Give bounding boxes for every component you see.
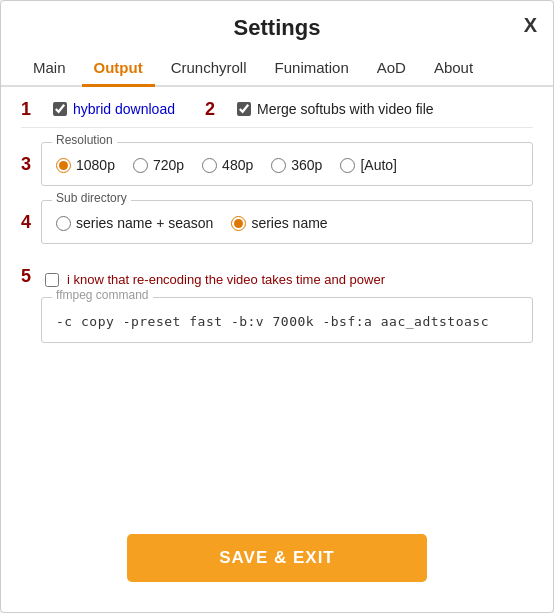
- tab-main[interactable]: Main: [21, 51, 78, 87]
- step-2-number: 2: [205, 99, 215, 120]
- resolution-auto[interactable]: [Auto]: [340, 157, 397, 173]
- resolution-360p-label: 360p: [291, 157, 322, 173]
- resolution-outer: 3 Resolution 1080p 720p: [21, 142, 533, 186]
- close-button[interactable]: X: [524, 15, 537, 35]
- resolution-auto-label: [Auto]: [360, 157, 397, 173]
- tab-aod[interactable]: AoD: [365, 51, 418, 87]
- resolution-720p[interactable]: 720p: [133, 157, 184, 173]
- resolution-480p[interactable]: 480p: [202, 157, 253, 173]
- hybrid-download-label[interactable]: hybrid download: [53, 101, 175, 117]
- reencode-checkbox[interactable]: [45, 273, 59, 287]
- hybrid-download-checkbox[interactable]: [53, 102, 67, 116]
- reencode-content: i know that re-encoding the video takes …: [41, 258, 533, 343]
- tab-crunchyroll[interactable]: Crunchyroll: [159, 51, 259, 87]
- footer: SAVE & EXIT: [1, 514, 553, 612]
- subdir-series-name[interactable]: series name: [231, 215, 327, 231]
- ffmpeg-label: ffmpeg command: [52, 288, 153, 302]
- step-5-number: 5: [21, 266, 31, 287]
- subdirectory-outer: 4 Sub directory series name + season ser…: [21, 200, 533, 244]
- reencode-label: i know that re-encoding the video takes …: [67, 272, 385, 287]
- step-3-number: 3: [21, 154, 31, 175]
- resolution-label: Resolution: [52, 133, 117, 147]
- reencode-outer: 5 i know that re-encoding the video take…: [21, 258, 533, 343]
- section1-container: 1 hybrid download: [53, 101, 175, 117]
- save-exit-button[interactable]: SAVE & EXIT: [127, 534, 427, 582]
- resolution-720p-label: 720p: [153, 157, 184, 173]
- content-area: 1 hybrid download 2 Merge softubs with v…: [1, 87, 553, 514]
- window-title: Settings: [234, 15, 321, 41]
- ffmpeg-command: -c copy -preset fast -b:v 7000k -bsf:a a…: [56, 314, 489, 329]
- subdirectory-radio-group: series name + season series name: [56, 215, 518, 231]
- merge-softubs-text: Merge softubs with video file: [257, 101, 434, 117]
- tab-output[interactable]: Output: [82, 51, 155, 87]
- tab-about[interactable]: About: [422, 51, 485, 87]
- top-options-row: 1 hybrid download 2 Merge softubs with v…: [21, 87, 533, 128]
- merge-softubs-checkbox[interactable]: [237, 102, 251, 116]
- step-4-number: 4: [21, 212, 31, 233]
- ffmpeg-block: ffmpeg command -c copy -preset fast -b:v…: [41, 297, 533, 343]
- title-bar: Settings X: [1, 1, 553, 51]
- subdir-series-season-label: series name + season: [76, 215, 213, 231]
- settings-window: Settings X Main Output Crunchyroll Funim…: [0, 0, 554, 613]
- tab-bar: Main Output Crunchyroll Funimation AoD A…: [1, 51, 553, 87]
- merge-softubs-label[interactable]: Merge softubs with video file: [237, 101, 434, 117]
- subdirectory-block: Sub directory series name + season serie…: [41, 200, 533, 244]
- subdirectory-label: Sub directory: [52, 191, 131, 205]
- subdir-series-name-label: series name: [251, 215, 327, 231]
- resolution-block: Resolution 1080p 720p 480p: [41, 142, 533, 186]
- tab-funimation[interactable]: Funimation: [263, 51, 361, 87]
- reencode-row: i know that re-encoding the video takes …: [41, 272, 533, 287]
- resolution-480p-label: 480p: [222, 157, 253, 173]
- resolution-360p[interactable]: 360p: [271, 157, 322, 173]
- resolution-1080p-label: 1080p: [76, 157, 115, 173]
- section2-container: 2 Merge softubs with video file: [237, 101, 434, 117]
- subdir-series-season[interactable]: series name + season: [56, 215, 213, 231]
- hybrid-download-text: hybrid download: [73, 101, 175, 117]
- resolution-1080p[interactable]: 1080p: [56, 157, 115, 173]
- resolution-radio-group: 1080p 720p 480p 360p: [56, 157, 518, 173]
- step-1-number: 1: [21, 99, 31, 120]
